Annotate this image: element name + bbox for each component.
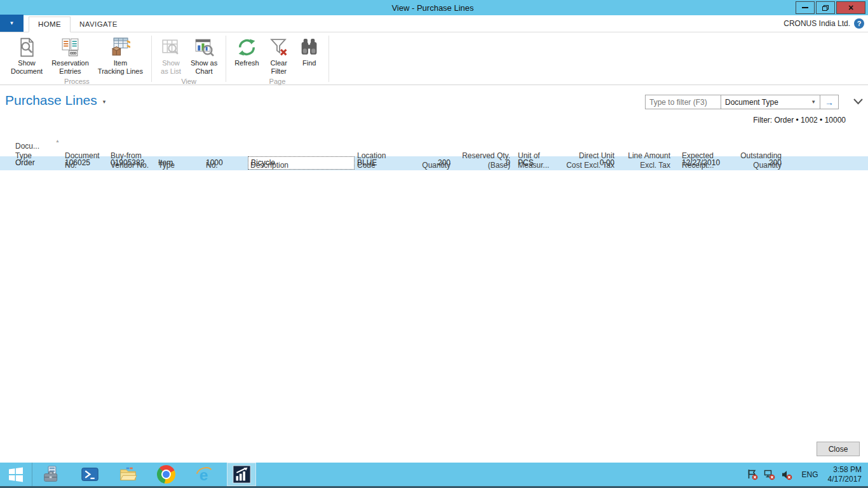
ribbon-group-page: Refresh Clear Filter Find Page xyxy=(227,33,327,85)
system-tray: ENG 3:58 PM 4/17/2017 xyxy=(747,465,868,484)
column-header-no[interactable]: No. xyxy=(203,161,248,170)
column-header-reserved-qty-base[interactable]: Reserved Qty. (Base) xyxy=(452,151,512,170)
clear-filter-button[interactable]: Clear Filter xyxy=(264,34,294,76)
column-header-line-amount[interactable]: Line Amount Excl. Tax xyxy=(616,151,672,170)
internet-explorer-icon: e xyxy=(195,465,214,484)
company-name: CRONUS India Ltd. xyxy=(783,19,850,28)
column-header-outstanding-quantity[interactable]: Outstanding Quantity xyxy=(732,151,797,170)
ribbon-separator xyxy=(226,36,226,82)
page-title: Purchase Lines xyxy=(5,93,97,108)
taskbar-clock[interactable]: 3:58 PM 4/17/2017 xyxy=(828,465,862,484)
window-controls: × xyxy=(796,1,865,14)
restore-button[interactable] xyxy=(816,1,835,14)
sort-ascending-icon: ▲ xyxy=(55,136,60,146)
reservation-entries-button[interactable]: Reservation Entries xyxy=(47,34,93,76)
ribbon-group-view: Show as List Show as Chart View xyxy=(153,33,224,85)
action-center-flag-icon[interactable] xyxy=(747,469,758,480)
reservation-entries-icon xyxy=(59,36,81,58)
find-button[interactable]: Find xyxy=(294,34,325,67)
column-header-unit-of-measure[interactable]: Unit of Measur... xyxy=(512,151,550,170)
chrome-icon xyxy=(157,465,175,484)
screen: View - Purchase Lines × ▼ HOME NAVIGATE … xyxy=(0,0,868,488)
powershell-icon xyxy=(81,465,99,484)
show-as-list-button[interactable]: Show as List xyxy=(156,34,186,76)
company-area: CRONUS India Ltd. ? xyxy=(783,18,868,32)
column-header-direct-unit-cost[interactable]: Direct Unit Cost Excl. Tax xyxy=(550,151,616,170)
tab-navigate[interactable]: NAVIGATE xyxy=(71,17,126,32)
column-header-document-no[interactable]: Document No. xyxy=(62,151,108,170)
window-title: View - Purchase Lines xyxy=(0,3,796,13)
clear-filter-icon xyxy=(268,36,290,58)
show-as-chart-button[interactable]: Show as Chart xyxy=(186,34,222,76)
filter-field-dropdown[interactable]: Document Type ▼ xyxy=(721,95,820,109)
column-header-quantity[interactable]: Quantity xyxy=(410,161,452,170)
svg-text:e: e xyxy=(199,466,208,484)
clock-date: 4/17/2017 xyxy=(828,475,862,484)
file-explorer-icon xyxy=(119,465,137,484)
ribbon-group-process: Show Document Reservation Entries Item T… xyxy=(4,33,150,85)
minimize-button[interactable] xyxy=(796,1,815,14)
apply-filter-button[interactable]: → xyxy=(820,95,838,109)
item-tracking-lines-icon xyxy=(109,36,131,58)
taskbar: e ENG 3:58 PM 4/17/2017 xyxy=(0,463,868,488)
grid-header-row: Docu... Type ▲ Document No. Buy-from Ven… xyxy=(0,132,868,156)
purchase-lines-grid: Docu... Type ▲ Document No. Buy-from Ven… xyxy=(0,132,868,170)
windows-logo-icon xyxy=(8,467,24,482)
page-content: Purchase Lines ▾ Document Type ▼ → Filte… xyxy=(0,85,868,463)
language-indicator[interactable]: ENG xyxy=(798,470,822,479)
column-header-document-type[interactable]: Docu... Type ▲ xyxy=(13,132,62,170)
close-button[interactable]: Close xyxy=(817,442,860,456)
taskbar-file-explorer-button[interactable] xyxy=(114,463,141,486)
taskbar-powershell-button[interactable] xyxy=(76,463,103,486)
window-titlebar[interactable]: View - Purchase Lines × xyxy=(0,0,868,15)
ribbon-tab-row: ▼ HOME NAVIGATE CRONUS India Ltd. ? xyxy=(0,15,868,32)
column-header-location-code[interactable]: Location Code xyxy=(355,151,410,170)
start-button[interactable] xyxy=(0,463,32,486)
ribbon-separator xyxy=(329,36,329,82)
arrow-right-icon: → xyxy=(825,97,834,107)
show-as-list-icon xyxy=(160,36,182,58)
refresh-button[interactable]: Refresh xyxy=(230,34,264,67)
dynamics-nav-icon xyxy=(233,465,251,484)
refresh-icon xyxy=(236,36,257,58)
taskbar-internet-explorer-button[interactable]: e xyxy=(191,463,217,486)
tab-home[interactable]: HOME xyxy=(29,17,71,32)
find-icon xyxy=(299,36,320,58)
taskbar-separator xyxy=(32,463,32,486)
network-status-icon[interactable] xyxy=(764,469,775,480)
filter-input[interactable] xyxy=(646,95,721,109)
taskbar-dynamics-nav-button[interactable] xyxy=(227,463,256,486)
column-header-buy-from-vendor-no[interactable]: Buy-from Vendor No. xyxy=(108,151,156,170)
chevron-down-icon: ▼ xyxy=(811,99,816,105)
volume-muted-icon[interactable] xyxy=(781,469,792,480)
column-header-description[interactable]: Description xyxy=(248,161,355,170)
taskbar-server-manager-button[interactable] xyxy=(38,463,65,486)
chevron-down-icon: ▼ xyxy=(10,20,15,26)
filter-box: Document Type ▼ → xyxy=(645,95,839,109)
ribbon: Show Document Reservation Entries Item T… xyxy=(0,33,868,85)
taskbar-chrome-button[interactable] xyxy=(153,463,179,486)
collapse-chevron-icon[interactable] xyxy=(853,98,863,105)
show-as-chart-icon xyxy=(193,36,215,58)
page-title-caret-icon[interactable]: ▾ xyxy=(103,98,106,105)
column-header-expected-receipt[interactable]: Expected Receipt... xyxy=(672,151,732,170)
item-tracking-lines-button[interactable]: Item Tracking Lines xyxy=(93,34,147,76)
show-document-button[interactable]: Show Document xyxy=(6,34,47,76)
restore-icon xyxy=(822,5,829,11)
server-manager-icon xyxy=(43,465,61,484)
minimize-icon xyxy=(802,7,808,8)
help-icon[interactable]: ? xyxy=(854,18,864,29)
close-window-button[interactable]: × xyxy=(836,1,865,14)
ribbon-separator xyxy=(151,36,152,82)
close-icon: × xyxy=(848,3,853,12)
show-document-icon xyxy=(16,36,37,58)
column-header-type[interactable]: Type xyxy=(156,161,203,170)
app-menu-button[interactable]: ▼ xyxy=(0,15,24,32)
filter-summary: Filter: Order • 1002 • 10000 xyxy=(753,116,846,125)
clock-time: 3:58 PM xyxy=(828,465,862,475)
page-title-row: Purchase Lines ▾ xyxy=(5,93,105,108)
